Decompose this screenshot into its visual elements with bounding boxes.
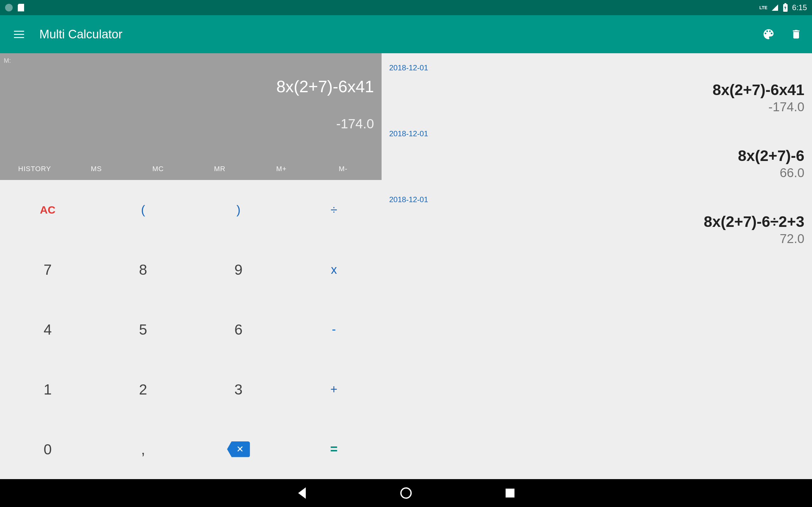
expression-display: 8x(2+7)-6x41 (4, 77, 374, 96)
home-button[interactable] (398, 486, 414, 501)
mc-button[interactable]: MC (127, 158, 189, 180)
history-date: 2018-12-01 (389, 63, 804, 72)
status-indicator-icon (5, 4, 13, 11)
history-result: 66.0 (389, 166, 804, 180)
lparen-button[interactable]: ( (96, 180, 191, 240)
memory-label: M: (4, 57, 374, 64)
status-bar: LTE 6:15 (0, 0, 812, 15)
divide-button[interactable]: ÷ (286, 180, 382, 240)
history-entry[interactable]: 2018-12-01 8x(2+7)-6x41 -174.0 (389, 63, 804, 114)
display-area: M: 8x(2+7)-6x41 -174.0 HISTORY MS MC MR … (0, 53, 382, 180)
navigation-bar (0, 479, 812, 507)
mminus-button[interactable]: M- (312, 158, 374, 180)
mr-button[interactable]: MR (189, 158, 251, 180)
plus-button[interactable]: + (286, 359, 382, 419)
history-date: 2018-12-01 (389, 195, 804, 204)
history-date: 2018-12-01 (389, 129, 804, 138)
decimal-button[interactable]: , (96, 419, 191, 479)
key-5[interactable]: 5 (96, 300, 191, 360)
back-button[interactable] (294, 486, 310, 501)
rparen-button[interactable]: ) (191, 180, 287, 240)
backspace-icon: ✕ (227, 441, 250, 457)
key-1[interactable]: 1 (0, 359, 96, 419)
recent-icon (506, 489, 514, 498)
key-4[interactable]: 4 (0, 300, 96, 360)
key-3[interactable]: 3 (191, 359, 287, 419)
multiply-button[interactable]: x (286, 240, 382, 300)
recent-button[interactable] (502, 486, 518, 501)
backspace-button[interactable]: ✕ (191, 419, 287, 479)
mplus-button[interactable]: M+ (251, 158, 312, 180)
signal-icon (771, 4, 779, 11)
minus-button[interactable]: - (286, 300, 382, 360)
lte-indicator: LTE (759, 5, 767, 10)
history-panel[interactable]: 2018-12-01 8x(2+7)-6x41 -174.0 2018-12-0… (382, 53, 812, 479)
history-expression: 8x(2+7)-6÷2+3 (389, 213, 804, 230)
sd-card-icon (18, 4, 24, 11)
ms-button[interactable]: MS (66, 158, 128, 180)
history-entry[interactable]: 2018-12-01 8x(2+7)-6 66.0 (389, 129, 804, 180)
battery-charging-icon (782, 3, 788, 12)
key-2[interactable]: 2 (96, 359, 191, 419)
key-0[interactable]: 0 (0, 419, 96, 479)
menu-button[interactable] (10, 27, 28, 42)
key-8[interactable]: 8 (96, 240, 191, 300)
history-button[interactable]: HISTORY (4, 158, 66, 180)
app-title: Multi Calculator (39, 27, 122, 41)
theme-palette-button[interactable] (762, 27, 775, 41)
history-result: 72.0 (389, 232, 804, 246)
delete-button[interactable] (791, 27, 802, 41)
home-icon (400, 487, 412, 499)
history-entry[interactable]: 2018-12-01 8x(2+7)-6÷2+3 72.0 (389, 195, 804, 246)
clock: 6:15 (792, 3, 807, 12)
history-expression: 8x(2+7)-6 (389, 147, 804, 164)
history-expression: 8x(2+7)-6x41 (389, 81, 804, 99)
key-6[interactable]: 6 (191, 300, 287, 360)
svg-rect-1 (784, 3, 786, 4)
equals-button[interactable]: = (286, 419, 382, 479)
result-display: -174.0 (4, 116, 374, 131)
key-7[interactable]: 7 (0, 240, 96, 300)
ac-button[interactable]: AC (0, 180, 96, 240)
app-bar: Multi Calculator (0, 15, 812, 53)
history-result: -174.0 (389, 100, 804, 114)
back-icon (298, 487, 306, 499)
key-9[interactable]: 9 (191, 240, 287, 300)
keypad: AC ( ) ÷ 7 8 9 x 4 5 6 - 1 2 3 + (0, 180, 382, 479)
